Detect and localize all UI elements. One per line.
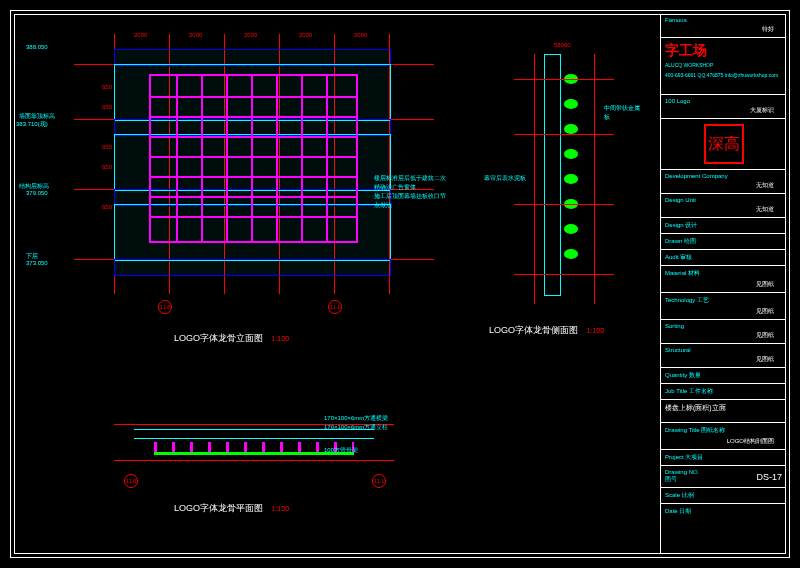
tb-project: Project 大项目: [661, 450, 786, 466]
tb-dev-company: Development Company 无知道: [661, 170, 786, 194]
grid-line-h: [114, 460, 394, 461]
label: Drawn 绘图: [665, 237, 782, 246]
dim: 2000: [354, 32, 367, 38]
tb-audit: Audit 审核: [661, 250, 786, 266]
seal: 深高: [661, 119, 786, 170]
grid-line-h: [514, 134, 614, 135]
value: 见图纸: [665, 280, 774, 289]
value: DS-17: [756, 472, 782, 482]
tb-building: 楼盘上标(面积)立面: [661, 400, 786, 423]
bracket-icon: [564, 174, 578, 184]
grid-line-h: [514, 79, 614, 80]
tb-sorting: Sorting 见图纸: [661, 320, 786, 344]
dim: 650: [102, 144, 112, 150]
note: 100方管骨架: [324, 446, 358, 455]
label2: 图号: [665, 475, 699, 484]
note: 楼层标准层后低于建筑二次精确法广告窗体 施工后顶面幕墙挂板收口节点做法: [374, 174, 449, 210]
label: Date 日期: [665, 507, 782, 516]
tb-structural: Structural 见图纸: [661, 344, 786, 368]
view-title-plan: LOGO字体龙骨平面图 1:100: [174, 502, 289, 515]
label: Design Unit: [665, 197, 782, 203]
caption-scale: 1:100: [587, 327, 605, 334]
curtain-band: [114, 259, 391, 276]
level-mark: 379.050: [26, 190, 48, 196]
value: 特好: [665, 25, 774, 34]
tb-material: Material 材料 见图纸: [661, 266, 786, 293]
tb-date: Date 日期: [661, 504, 786, 519]
keel-frame: [149, 74, 358, 243]
tb-job-title: Job Title 工件名称: [661, 384, 786, 400]
drawing-area: 2000 2000 2000 2000 2000 650 650 650 650…: [14, 14, 644, 554]
note: 幕帘后表水泥板: [484, 174, 526, 183]
label: Development Company: [665, 173, 782, 179]
dim: 2000: [244, 32, 257, 38]
label: Drawing Title 图纸名称: [665, 426, 782, 435]
keel-h: [151, 176, 356, 178]
tb-technology: Technology 工艺 见图纸: [661, 293, 786, 320]
section-keel-col: [564, 64, 582, 284]
grid-line-h: [514, 274, 614, 275]
view-title-elevation: LOGO字体龙骨立面图 1:100: [174, 332, 289, 345]
tb-proj-logo: 100 Logo 大厦标识: [661, 95, 786, 119]
logo-text: 字工场: [665, 42, 782, 60]
label: Project 大项目: [665, 453, 782, 462]
level-mark: 388.050: [26, 44, 48, 50]
grid-line-v: [594, 54, 595, 304]
bracket-icon: [564, 124, 578, 134]
label: Audit 审核: [665, 253, 782, 262]
label: Quantity 数量: [665, 371, 782, 380]
keel-h: [151, 116, 356, 118]
level-mark: 373.050: [26, 260, 48, 266]
label: Job Title 工件名称: [665, 387, 782, 396]
value: 无知道: [665, 205, 774, 214]
grid-bubble: 11-1: [372, 474, 386, 488]
tb-design: Design 设计: [661, 218, 786, 234]
note: 170×100×6mm方通横梁 170×100×6mm方通立柱: [324, 414, 388, 432]
label: Technology 工艺: [665, 296, 782, 305]
caption-text: LOGO字体龙骨侧面图: [489, 325, 578, 335]
value: LOGO结构剖面图: [665, 437, 774, 446]
dim: 650: [102, 104, 112, 110]
logo-sub: ALUCQ WORKSHOP: [665, 62, 782, 68]
section-wall: [544, 54, 561, 296]
keel-h: [151, 136, 356, 138]
value: 大厦标识: [665, 106, 774, 115]
dim: 2000: [134, 32, 147, 38]
tb-famous: Famous 特好: [661, 14, 786, 38]
dim: 58060: [554, 42, 571, 48]
bracket-icon: [564, 249, 578, 259]
tb-design-unit: Design Unit 无知道: [661, 194, 786, 218]
dim: 2000: [189, 32, 202, 38]
tb-drawing-title: Drawing Title 图纸名称 LOGO结构剖面图: [661, 423, 786, 450]
level-mark: 383.710(现): [16, 120, 48, 129]
keel-h: [151, 156, 356, 158]
grid-line-v: [534, 54, 535, 304]
value: 见图纸: [665, 355, 774, 364]
label: Scale 比例: [665, 491, 782, 500]
caption-text: LOGO字体龙骨平面图: [174, 503, 263, 513]
caption-text: LOGO字体龙骨立面图: [174, 333, 263, 343]
value: 见图纸: [665, 307, 774, 316]
seal-icon: 深高: [704, 124, 744, 164]
note: 中间带状金属板: [604, 104, 644, 122]
grid-bubble: 11-1: [328, 300, 342, 314]
dim: 650: [102, 164, 112, 170]
keel-h: [151, 96, 356, 98]
keel-h: [151, 196, 356, 198]
dim: 650: [102, 84, 112, 90]
bracket-icon: [564, 99, 578, 109]
grid-bubble: 11-8: [124, 474, 138, 488]
view-title-section: LOGO字体龙骨侧面图 1:100: [489, 324, 604, 337]
label: Design 设计: [665, 221, 782, 230]
bracket-icon: [564, 149, 578, 159]
tb-scale: Scale 比例: [661, 488, 786, 504]
tb-drawn: Drawn 绘图: [661, 234, 786, 250]
label: Structural: [665, 347, 782, 353]
tb-quantity: Quantity 数量: [661, 368, 786, 384]
label: 100 Logo: [665, 98, 782, 104]
view-elevation: 2000 2000 2000 2000 2000 650 650 650 650…: [74, 34, 454, 314]
keel-h: [151, 216, 356, 218]
tb-drawing-no: Drawing NO. 图号 DS-17: [661, 466, 786, 488]
company-logo: 字工场 ALUCQ WORKSHOP 400-693-6661 QQ:47687…: [661, 38, 786, 95]
bracket-icon: [564, 224, 578, 234]
